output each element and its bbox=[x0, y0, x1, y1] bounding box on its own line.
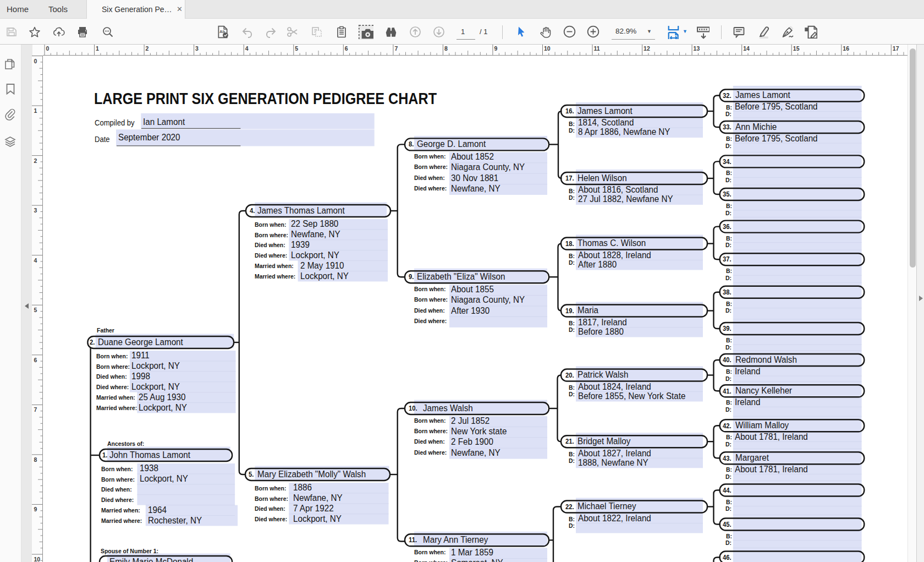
svg-text:2: 2 bbox=[34, 157, 37, 164]
svg-text:5: 5 bbox=[295, 45, 298, 52]
svg-text:7: 7 bbox=[394, 45, 398, 52]
svg-text:15: 15 bbox=[793, 45, 800, 52]
svg-text:9: 9 bbox=[494, 45, 497, 52]
svg-text:3: 3 bbox=[34, 207, 37, 214]
svg-text:4: 4 bbox=[245, 45, 249, 52]
svg-text:6: 6 bbox=[34, 357, 37, 363]
svg-text:8: 8 bbox=[444, 45, 448, 52]
svg-text:16: 16 bbox=[843, 45, 849, 52]
svg-text:0: 0 bbox=[46, 45, 50, 52]
svg-text:7: 7 bbox=[34, 406, 37, 413]
svg-text:4: 4 bbox=[34, 257, 37, 264]
svg-text:3: 3 bbox=[195, 45, 199, 52]
svg-text:10: 10 bbox=[34, 556, 41, 562]
svg-text:8: 8 bbox=[34, 456, 37, 463]
svg-text:6: 6 bbox=[345, 45, 348, 52]
svg-text:17: 17 bbox=[893, 45, 899, 52]
svg-text:1: 1 bbox=[96, 45, 99, 52]
svg-text:1: 1 bbox=[34, 107, 37, 114]
svg-text:0: 0 bbox=[34, 58, 37, 64]
svg-text:12: 12 bbox=[644, 45, 650, 52]
svg-text:9: 9 bbox=[34, 506, 37, 512]
svg-text:14: 14 bbox=[743, 45, 750, 52]
svg-text:10: 10 bbox=[544, 45, 551, 52]
svg-text:11: 11 bbox=[594, 45, 600, 52]
svg-text:13: 13 bbox=[694, 45, 700, 52]
svg-text:2: 2 bbox=[146, 45, 149, 52]
svg-text:5: 5 bbox=[34, 307, 37, 313]
